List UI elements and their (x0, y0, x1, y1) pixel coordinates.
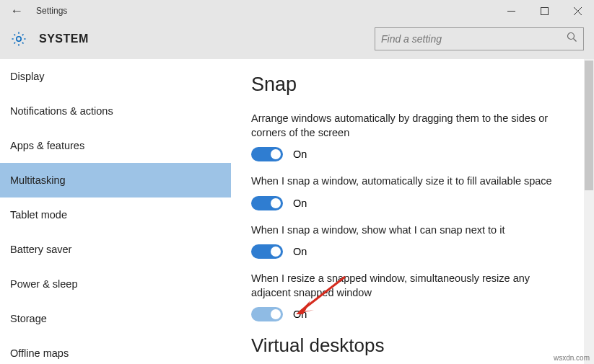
sidebar-item-battery-saver[interactable]: Battery saver (0, 232, 231, 267)
setting-label: When I snap a window, automatically size… (251, 174, 564, 189)
sidebar: Display Notifications & actions Apps & f… (0, 59, 231, 364)
toggle-state: On (293, 148, 307, 160)
sidebar-item-multitasking[interactable]: Multitasking (0, 163, 231, 197)
toggle-switch[interactable] (251, 244, 283, 259)
toggle-switch[interactable] (251, 147, 283, 161)
content-pane: Snap Arrange windows automatically by dr… (231, 59, 584, 364)
window-titlebar: ← Settings (0, 0, 594, 22)
sidebar-item-apps[interactable]: Apps & features (0, 128, 231, 163)
back-button[interactable]: ← (0, 0, 33, 22)
gear-icon (10, 30, 27, 48)
close-button[interactable] (561, 0, 594, 22)
sidebar-item-storage[interactable]: Storage (0, 301, 231, 336)
sidebar-item-display[interactable]: Display (0, 59, 231, 94)
sidebar-item-label: Apps & features (10, 140, 84, 151)
sidebar-item-offline-maps[interactable]: Offline maps (0, 336, 231, 364)
sidebar-item-label: Offline maps (10, 347, 69, 359)
setting-snap-fill: When I snap a window, automatically size… (251, 174, 564, 210)
sidebar-item-notifications[interactable]: Notifications & actions (0, 94, 231, 128)
watermark: wsxdn.com (554, 354, 590, 362)
setting-label: When I resize a snapped window, simultan… (251, 272, 564, 300)
search-input[interactable] (381, 33, 567, 45)
toggle-switch[interactable] (251, 307, 283, 321)
next-heading: Virtual desktops (251, 334, 564, 357)
window-title: Settings (33, 6, 67, 16)
setting-label: Arrange windows automatically by draggin… (251, 112, 564, 140)
setting-snap-assist: When I snap a window, show what I can sn… (251, 223, 564, 259)
section-title: SYSTEM (39, 32, 89, 45)
header: SYSTEM (0, 22, 594, 59)
svg-point-4 (17, 36, 21, 40)
sidebar-item-label: Display (10, 71, 45, 82)
search-box[interactable] (375, 27, 584, 50)
minimize-button[interactable] (494, 0, 528, 22)
svg-rect-1 (541, 7, 548, 14)
sidebar-item-label: Power & sleep (10, 278, 78, 290)
setting-snap-arrange: Arrange windows automatically by draggin… (251, 112, 564, 161)
scrollbar[interactable] (584, 59, 594, 364)
sidebar-item-tablet-mode[interactable]: Tablet mode (0, 197, 231, 232)
setting-snap-resize: When I resize a snapped window, simultan… (251, 272, 564, 321)
toggle-state: On (293, 246, 307, 257)
sidebar-item-label: Tablet mode (10, 209, 67, 221)
svg-point-5 (568, 33, 575, 40)
maximize-button[interactable] (528, 0, 561, 22)
toggle-state: On (293, 308, 307, 320)
page-heading: Snap (251, 74, 564, 96)
sidebar-item-label: Battery saver (10, 244, 71, 255)
search-icon (567, 32, 577, 45)
svg-line-6 (574, 39, 577, 42)
sidebar-item-label: Storage (10, 313, 47, 324)
setting-label: When I snap a window, show what I can sn… (251, 223, 564, 238)
scrollbar-thumb[interactable] (585, 61, 593, 190)
toggle-state: On (293, 197, 307, 209)
sidebar-item-label: Notifications & actions (10, 105, 113, 117)
sidebar-item-power-sleep[interactable]: Power & sleep (0, 267, 231, 301)
toggle-switch[interactable] (251, 196, 283, 210)
sidebar-item-label: Multitasking (10, 174, 66, 186)
